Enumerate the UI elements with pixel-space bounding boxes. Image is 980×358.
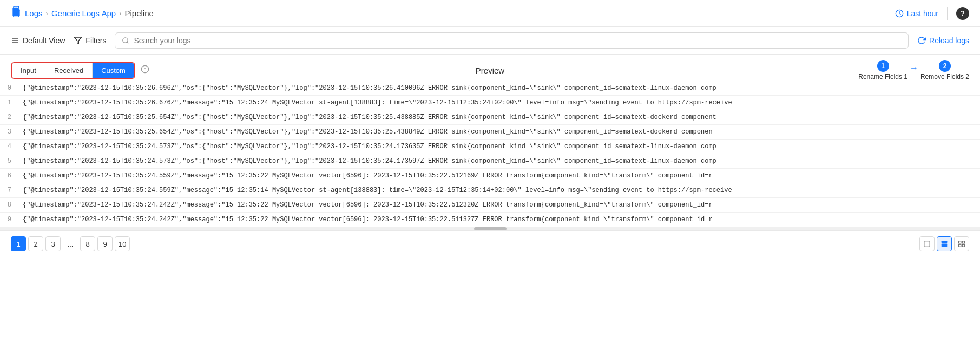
pipeline-step-1[interactable]: 1 Rename Fields 1 <box>858 60 907 81</box>
svg-rect-11 <box>924 241 930 247</box>
pipeline-step-2[interactable]: 2 Remove Fields 2 <box>920 60 969 81</box>
page-btn-10[interactable]: 10 <box>115 236 130 251</box>
page-btn-8[interactable]: 8 <box>80 236 95 251</box>
page-btn-9[interactable]: 9 <box>97 236 113 251</box>
step-1-badge: 1 <box>877 60 889 72</box>
row-content: {"@timestamp":"2023-12-15T10:35:24.559Z"… <box>16 183 980 197</box>
page-btn-3[interactable]: 3 <box>45 236 61 251</box>
row-content: {"@timestamp":"2023-12-15T10:35:26.696Z"… <box>16 81 980 95</box>
top-right: Last hour ? <box>895 7 969 20</box>
search-box[interactable] <box>115 32 909 49</box>
search-icon <box>122 37 129 44</box>
view-btn-list[interactable] <box>919 236 935 251</box>
row-number: 1 <box>0 96 16 110</box>
last-hour-btn[interactable]: Last hour <box>895 9 938 18</box>
row-content: {"@timestamp":"2023-12-15T10:35:24.573Z"… <box>16 154 980 168</box>
search-input[interactable] <box>134 36 902 45</box>
svg-point-6 <box>123 38 128 43</box>
row-number: 4 <box>0 140 16 154</box>
filters-label: Filters <box>85 36 106 45</box>
row-number: 8 <box>0 198 16 212</box>
tab-area: Input Received Custom Preview 1 Rename F… <box>0 55 980 81</box>
last-hour-label: Last hour <box>907 9 938 18</box>
table-row[interactable]: 6{"@timestamp":"2023-12-15T10:35:24.559Z… <box>0 169 980 183</box>
table-row[interactable]: 0{"@timestamp":"2023-12-15T10:35:26.696Z… <box>0 81 980 96</box>
pipeline-steps: 1 Rename Fields 1 → 2 Remove Fields 2 <box>858 60 969 81</box>
breadcrumb-sep-1: › <box>46 9 48 17</box>
tab-custom[interactable]: Custom <box>93 63 134 78</box>
tab-received[interactable]: Received <box>45 63 93 78</box>
svg-rect-15 <box>962 241 964 243</box>
table-row[interactable]: 9{"@timestamp":"2023-12-15T10:35:24.242Z… <box>0 213 980 227</box>
scroll-thumb[interactable] <box>474 227 507 230</box>
row-number: 0 <box>0 81 16 95</box>
svg-rect-17 <box>962 244 964 247</box>
log-table: 0{"@timestamp":"2023-12-15T10:35:26.696Z… <box>0 81 980 227</box>
breadcrumb-app[interactable]: Generic Logs App <box>51 9 116 18</box>
row-number: 6 <box>0 169 16 183</box>
step-2-badge: 2 <box>939 60 951 72</box>
row-content: {"@timestamp":"2023-12-15T10:35:26.676Z"… <box>16 96 980 110</box>
row-number: 3 <box>0 125 16 139</box>
svg-rect-12 <box>942 241 948 244</box>
table-row[interactable]: 8{"@timestamp":"2023-12-15T10:35:24.242Z… <box>0 198 980 213</box>
breadcrumb-logs[interactable]: Logs <box>25 9 43 18</box>
table-row[interactable]: 4{"@timestamp":"2023-12-15T10:35:24.573Z… <box>0 140 980 154</box>
svg-rect-14 <box>959 241 961 243</box>
row-content: {"@timestamp":"2023-12-15T10:35:24.573Z"… <box>16 140 980 154</box>
table-row[interactable]: 3{"@timestamp":"2023-12-15T10:35:25.654Z… <box>0 125 980 140</box>
reload-icon <box>917 36 926 45</box>
table-row[interactable]: 7{"@timestamp":"2023-12-15T10:35:24.559Z… <box>0 183 980 198</box>
step-1-label: Rename Fields 1 <box>858 73 907 81</box>
filters-button[interactable]: Filters <box>74 36 106 45</box>
row-content: {"@timestamp":"2023-12-15T10:35:25.654Z"… <box>16 110 980 124</box>
filter-icon <box>74 36 82 45</box>
step-2-label: Remove Fields 2 <box>920 73 969 81</box>
row-content: {"@timestamp":"2023-12-15T10:35:24.559Z"… <box>16 169 980 183</box>
row-number: 5 <box>0 154 16 168</box>
breadcrumb-sep-2: › <box>119 9 121 17</box>
row-number: 2 <box>0 110 16 124</box>
document-icon <box>11 6 22 20</box>
view-btn-grid[interactable] <box>954 236 969 251</box>
svg-line-7 <box>127 42 129 44</box>
table-row[interactable]: 1{"@timestamp":"2023-12-15T10:35:26.676Z… <box>0 96 980 110</box>
row-content: {"@timestamp":"2023-12-15T10:35:24.242Z"… <box>16 213 980 227</box>
help-button[interactable]: ? <box>956 7 969 20</box>
breadcrumb-current: Pipeline <box>124 9 153 18</box>
reload-logs-button[interactable]: Reload logs <box>917 36 969 45</box>
top-nav: Logs › Generic Logs App › Pipeline Last … <box>0 0 980 27</box>
pagination: 123...8910 <box>0 230 980 257</box>
top-nav-divider <box>947 7 948 20</box>
page-ellipsis: ... <box>63 236 78 251</box>
row-number: 7 <box>0 183 16 197</box>
row-number: 9 <box>0 213 16 227</box>
page-btn-1[interactable]: 1 <box>11 236 26 251</box>
svg-marker-5 <box>75 37 82 44</box>
row-content: {"@timestamp":"2023-12-15T10:35:25.654Z"… <box>16 125 980 139</box>
hamburger-icon <box>11 36 19 45</box>
svg-rect-13 <box>942 244 948 247</box>
tab-group: Input Received Custom <box>11 62 135 79</box>
view-buttons <box>919 236 969 251</box>
reload-label: Reload logs <box>929 36 969 45</box>
info-icon[interactable] <box>141 65 149 76</box>
toolbar: Default View Filters Reload logs <box>0 27 980 55</box>
page-btn-2[interactable]: 2 <box>28 236 43 251</box>
svg-rect-16 <box>959 244 961 247</box>
table-row[interactable]: 2{"@timestamp":"2023-12-15T10:35:25.654Z… <box>0 110 980 125</box>
row-content: {"@timestamp":"2023-12-15T10:35:24.242Z"… <box>16 198 980 212</box>
preview-label: Preview <box>476 66 504 75</box>
default-view-label: Default View <box>23 36 65 45</box>
default-view-button[interactable]: Default View <box>11 36 65 45</box>
page-items: 123...8910 <box>11 236 130 251</box>
breadcrumb: Logs › Generic Logs App › Pipeline <box>11 6 154 20</box>
step-arrow: → <box>910 63 918 73</box>
view-btn-compact[interactable] <box>937 236 952 251</box>
table-row[interactable]: 5{"@timestamp":"2023-12-15T10:35:24.573Z… <box>0 154 980 169</box>
tab-input[interactable]: Input <box>12 63 45 78</box>
